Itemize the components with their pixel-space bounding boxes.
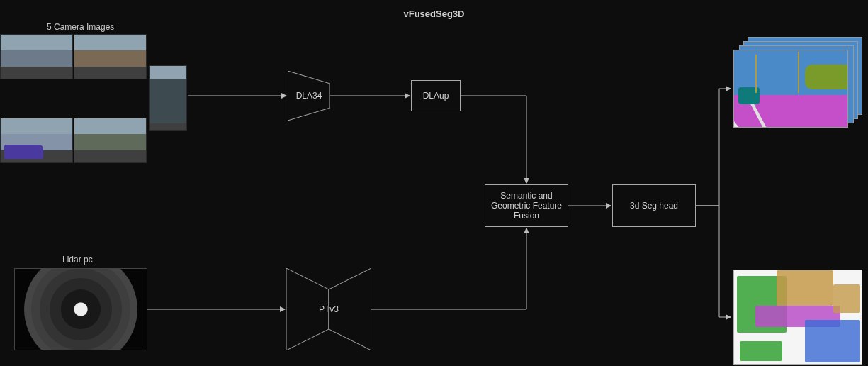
- camera-input-label: 5 Camera Images: [47, 22, 114, 32]
- camera-image-thumb: [0, 118, 73, 163]
- fusion-label: Semantic and Geometric Feature Fusion: [488, 191, 565, 221]
- lidar-pointcloud-image: [14, 268, 147, 350]
- dlaup-block: DLAup: [411, 80, 461, 111]
- camera-seg-output: [733, 50, 848, 128]
- dla34-label: DLA34: [288, 71, 330, 121]
- camera-image-thumb: [74, 118, 147, 163]
- camera-image-thumb: [149, 65, 187, 131]
- camera-seg-output-stack: [733, 37, 862, 128]
- seg-head-block: 3d Seg head: [612, 184, 696, 227]
- camera-image-thumb: [0, 34, 73, 79]
- dla34-block: DLA34: [288, 71, 330, 121]
- lidar-input-label: Lidar pc: [62, 255, 93, 265]
- fusion-block: Semantic and Geometric Feature Fusion: [485, 184, 568, 227]
- seg-head-label: 3d Seg head: [630, 201, 678, 211]
- diagram-title: vFusedSeg3D: [0, 9, 868, 19]
- lidar-seg-output: [733, 270, 862, 365]
- camera-images-grid: [0, 34, 188, 163]
- camera-image-thumb: [74, 34, 147, 79]
- ptv3-block: PTv3: [286, 268, 371, 350]
- ptv3-label: PTv3: [286, 268, 371, 350]
- dlaup-label: DLAup: [423, 91, 449, 101]
